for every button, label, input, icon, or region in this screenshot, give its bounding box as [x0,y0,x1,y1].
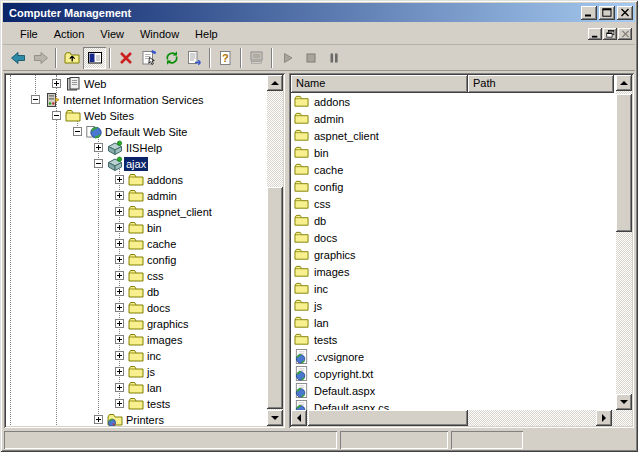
menu-action[interactable]: Action [46,25,93,43]
column-header-name[interactable]: Name [291,75,468,93]
list-item-admin[interactable]: admin [291,110,616,127]
tree-item-Printers[interactable]: Printers [6,412,267,426]
tree-item-Web Sites[interactable]: Web Sites [6,108,267,124]
expander-plus-icon[interactable] [94,143,103,152]
list-scroll-right-button[interactable] [596,410,612,426]
tree-item-label[interactable]: IISHelp [124,141,164,155]
tree-item-inc[interactable]: inc [6,348,267,364]
refresh-button[interactable] [160,47,183,69]
list-item-copyright.txt[interactable]: copyright.txt [291,365,616,382]
tree-item-db[interactable]: db [6,284,267,300]
list-scroll-left-button[interactable] [291,410,307,426]
list-item-addons[interactable]: addons [291,93,616,110]
list-item-.cvsignore[interactable]: .cvsignore [291,348,616,365]
minimize-button[interactable] [581,6,597,20]
tree-item-Web[interactable]: Web [6,76,267,92]
tree-item-lan[interactable]: lan [6,380,267,396]
expander-plus-icon[interactable] [115,191,124,200]
list-item-Default.aspx.cs[interactable]: Default.aspx.cs [291,399,616,410]
tree-item-label[interactable]: docs [145,301,172,315]
back-button[interactable] [6,47,29,69]
tree-item-admin[interactable]: admin [6,188,267,204]
tree-item-js[interactable]: js [6,364,267,380]
menu-window[interactable]: Window [132,25,187,43]
expander-plus-icon[interactable] [115,399,124,408]
list-item-inc[interactable]: inc [291,280,616,297]
tree-item-config[interactable]: config [6,252,267,268]
tree-item-label[interactable]: graphics [145,317,191,331]
tree-item-label[interactable]: config [145,253,178,267]
tree-item-label[interactable]: bin [145,221,164,235]
tree-item-ajax[interactable]: ajax [6,156,267,172]
expander-minus-icon[interactable] [94,159,103,168]
expander-plus-icon[interactable] [115,255,124,264]
expander-minus-icon[interactable] [73,127,82,136]
list-scroll-up-button[interactable] [616,75,632,91]
tree-item-label[interactable]: tests [145,397,172,411]
tree-scroll-down-button[interactable] [267,410,283,426]
list-item-aspnet_client[interactable]: aspnet_client [291,127,616,144]
list-item-config[interactable]: config [291,178,616,195]
tree-item-label[interactable]: css [145,269,166,283]
show-hide-console-tree-button[interactable] [83,47,106,69]
child-minimize-button[interactable] [588,28,602,40]
list-scroll-down-button[interactable] [616,394,632,410]
expander-plus-icon[interactable] [115,175,124,184]
expander-plus-icon[interactable] [115,223,124,232]
tree-item-graphics[interactable]: graphics [6,316,267,332]
list-item-tests[interactable]: tests [291,331,616,348]
tree-item-Default Web Site[interactable]: Default Web Site [6,124,267,140]
expander-plus-icon[interactable] [115,335,124,344]
tree-item-label[interactable]: cache [145,237,178,251]
expander-plus-icon[interactable] [115,271,124,280]
column-header-path[interactable]: Path [468,75,614,93]
tree-item-tests[interactable]: tests [6,396,267,412]
expander-plus-icon[interactable] [115,383,124,392]
menu-help[interactable]: Help [187,25,226,43]
delete-button[interactable] [114,47,137,69]
tree-scrollbar-thumb[interactable] [267,187,283,409]
child-restore-button[interactable] [603,28,617,40]
list-item-graphics[interactable]: graphics [291,246,616,263]
expander-plus-icon[interactable] [115,287,124,296]
expander-plus-icon[interactable] [115,207,124,216]
list-item-docs[interactable]: docs [291,229,616,246]
tree-item-label[interactable]: inc [145,349,163,363]
expander-minus-icon[interactable] [31,95,40,104]
list-item-lan[interactable]: lan [291,314,616,331]
help-button[interactable]: ? [214,47,237,69]
tree-item-addons[interactable]: addons [6,172,267,188]
list-hscrollbar-thumb[interactable] [308,410,468,426]
tree-item-label[interactable]: ajax [124,157,148,171]
menu-view[interactable]: View [92,25,132,43]
list-item-cache[interactable]: cache [291,161,616,178]
list-item-Default.aspx[interactable]: Default.aspx [291,382,616,399]
list-item-db[interactable]: db [291,212,616,229]
tree-item-label[interactable]: Printers [124,413,166,426]
export-list-button[interactable] [183,47,206,69]
tree-item-Internet Information Services[interactable]: Internet Information Services [6,92,267,108]
expander-plus-icon[interactable] [115,319,124,328]
list-vscrollbar-thumb[interactable] [616,94,632,232]
tree-item-label[interactable]: db [145,285,161,299]
expander-plus-icon[interactable] [52,79,61,88]
properties-button[interactable] [137,47,160,69]
maximize-button[interactable] [599,6,615,20]
expander-plus-icon[interactable] [115,367,124,376]
tree-item-cache[interactable]: cache [6,236,267,252]
list-item-js[interactable]: js [291,297,616,314]
tree-item-label[interactable]: Default Web Site [103,125,189,139]
tree-item-label[interactable]: Web [82,77,108,91]
tree-item-aspnet_client[interactable]: aspnet_client [6,204,267,220]
list-item-css[interactable]: css [291,195,616,212]
up-one-level-button[interactable] [60,47,83,69]
list-item-bin[interactable]: bin [291,144,616,161]
tree-item-label[interactable]: Internet Information Services [61,93,206,107]
expander-plus-icon[interactable] [115,239,124,248]
tree-item-label[interactable]: lan [145,381,164,395]
tree-scroll-up-button[interactable] [267,75,283,91]
tree-item-docs[interactable]: docs [6,300,267,316]
tree-item-label[interactable]: admin [145,189,179,203]
tree-item-IISHelp[interactable]: IISHelp [6,140,267,156]
expander-plus-icon[interactable] [115,351,124,360]
